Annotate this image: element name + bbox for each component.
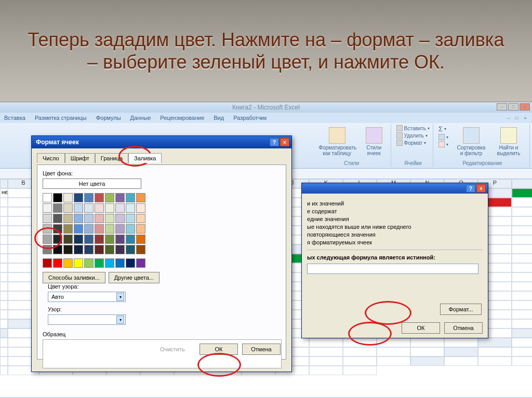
color-swatch[interactable] [43,214,52,223]
menu-pagelayout[interactable]: Разметка страницы [35,115,87,121]
color-swatch[interactable] [84,193,94,202]
color-swatch[interactable] [95,245,104,254]
color-swatch[interactable] [74,203,83,213]
ok-button[interactable]: ОК [402,322,440,334]
rule-option[interactable]: я форматируемых ячеек [307,239,483,245]
color-swatch[interactable] [74,224,83,234]
dialog2-titlebar[interactable]: ? × [302,183,488,194]
cell[interactable]: нерчение [0,188,8,198]
more-colors-button[interactable]: Другие цвета... [109,272,159,283]
color-swatch[interactable] [63,235,73,244]
color-swatch[interactable] [95,235,104,244]
minimize-button[interactable]: – [497,103,507,111]
color-swatch[interactable] [43,193,52,202]
color-swatch[interactable] [126,203,135,213]
color-swatch[interactable] [84,203,94,213]
clear-button[interactable]: ▾ [438,141,448,147]
color-swatch[interactable] [136,235,145,244]
close-button[interactable]: × [280,138,289,146]
rule-option[interactable]: е содержат [307,208,483,214]
color-swatch[interactable] [115,258,125,268]
color-swatch[interactable] [63,258,73,268]
color-swatch[interactable] [105,245,114,254]
color-swatch[interactable] [53,203,62,213]
color-swatch[interactable] [43,258,52,268]
insert-cells-button[interactable]: Вставить▾ [396,125,430,131]
fill-effects-button[interactable]: Способы заливки... [43,272,105,283]
color-swatch[interactable] [136,258,145,268]
color-swatch[interactable] [63,193,73,202]
color-swatch[interactable] [84,214,94,223]
color-swatch[interactable] [126,235,135,244]
find-select-button[interactable]: Найти и выделить [491,125,526,158]
color-swatch[interactable] [95,214,104,223]
fill-button[interactable]: ▾ [438,134,448,140]
color-swatch[interactable] [63,214,73,223]
clear-button[interactable]: Очистить [160,346,185,352]
color-swatch[interactable] [63,203,73,213]
select-all-corner[interactable] [0,179,8,188]
color-swatch[interactable] [105,193,114,202]
color-swatch[interactable] [53,214,62,223]
close-button[interactable]: × [476,184,486,193]
color-swatch[interactable] [43,203,52,213]
color-swatch[interactable] [136,224,145,234]
color-swatch[interactable] [115,203,125,213]
subwin-minimize[interactable]: – [505,115,512,121]
color-swatch[interactable] [115,214,125,223]
color-swatch[interactable] [136,245,145,254]
color-swatch[interactable] [95,203,104,213]
color-swatch[interactable] [74,258,83,268]
menu-view[interactable]: Вид [214,115,224,121]
rule-option[interactable]: повторяющиеся значения [307,231,483,238]
color-swatch[interactable] [84,235,94,244]
color-swatch[interactable] [126,258,135,268]
rule-option[interactable]: едние значения [307,216,483,222]
menu-insert[interactable]: Вставка [4,115,25,121]
color-swatch[interactable] [53,235,62,244]
help-button[interactable]: ? [466,184,475,193]
formula-input[interactable] [307,264,478,274]
close-button[interactable]: × [520,103,530,111]
color-swatch[interactable] [63,224,73,234]
autosum-button[interactable]: Σ▾ [438,125,448,133]
sort-filter-button[interactable]: Сортировка и фильтр [454,125,489,158]
tab-fill[interactable]: Заливка [128,153,162,163]
color-swatch[interactable] [105,214,114,223]
cell[interactable] [512,188,532,198]
color-swatch[interactable] [115,193,125,202]
color-swatch[interactable] [53,258,62,268]
color-swatch[interactable] [105,258,114,268]
color-swatch[interactable] [53,224,62,234]
color-swatch[interactable] [95,193,104,202]
help-button[interactable]: ? [270,138,279,146]
cell-styles-button[interactable]: Стили ячеек [361,125,388,158]
color-swatch[interactable] [43,245,52,254]
maximize-button[interactable]: □ [508,103,518,111]
color-swatch[interactable] [53,193,62,202]
menu-review[interactable]: Рецензирование [160,115,204,121]
tab-border[interactable]: Граница [95,153,128,163]
menu-data[interactable]: Данные [130,115,151,121]
dialog-titlebar[interactable]: Формат ячеек ? × [32,136,291,148]
rule-option[interactable]: ые находятся выше или ниже среднего [307,224,483,230]
format-as-table-button[interactable]: Форматировать как таблицу [316,125,358,158]
color-swatch[interactable] [43,235,52,244]
delete-cells-button[interactable]: Удалить▾ [396,132,430,139]
color-swatch[interactable] [136,214,145,223]
subwin-close[interactable]: × [522,115,529,121]
tab-number[interactable]: Число [37,153,65,163]
color-swatch[interactable] [126,224,135,234]
color-swatch[interactable] [53,245,62,254]
color-swatch[interactable] [115,245,125,254]
color-swatch[interactable] [126,245,135,254]
format-button[interactable]: Формат... [440,304,482,315]
color-swatch[interactable] [63,245,73,254]
color-swatch[interactable] [84,258,94,268]
color-swatch[interactable] [74,245,83,254]
color-swatch[interactable] [84,224,94,234]
color-swatch[interactable] [95,224,104,234]
color-swatch[interactable] [136,193,145,202]
color-swatch[interactable] [126,193,135,202]
color-swatch[interactable] [115,235,125,244]
